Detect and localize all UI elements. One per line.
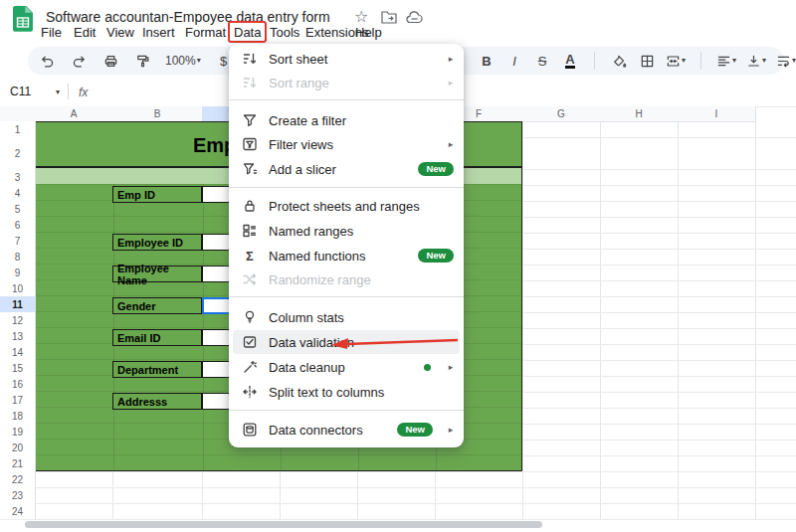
row-header-5[interactable]: 5: [0, 201, 36, 218]
menu-item-label: Data cleanup: [269, 360, 413, 375]
form-label-email-id[interactable]: Email ID: [112, 329, 202, 346]
paint-format-icon[interactable]: [133, 49, 151, 73]
menu-item-protect-sheets-and-ranges[interactable]: Protect sheets and ranges: [233, 194, 460, 218]
row-header-13[interactable]: 13: [0, 328, 36, 345]
cloud-icon[interactable]: [406, 10, 423, 28]
split-columns-icon: [242, 384, 258, 400]
cleanup-icon: [242, 359, 258, 375]
menu-insert[interactable]: Insert: [139, 24, 178, 42]
menu-item-label: Named functions: [269, 249, 407, 264]
row-header-23[interactable]: 23: [0, 487, 36, 504]
strikethrough-button[interactable]: S: [533, 49, 551, 73]
validation-icon: [242, 334, 258, 350]
row-header-2[interactable]: 2: [0, 137, 36, 170]
menu-item-label: Create a filter: [269, 113, 435, 128]
form-label-emp-id[interactable]: Emp ID: [112, 186, 202, 203]
form-label-employee-id[interactable]: Employee ID: [112, 234, 202, 251]
row-header-22[interactable]: 22: [0, 471, 36, 488]
menu-item-add-a-slicer[interactable]: Add a slicerNew: [233, 157, 460, 181]
row-header-1[interactable]: 1: [0, 121, 36, 138]
select-all-corner[interactable]: [0, 106, 36, 122]
menu-item-create-a-filter[interactable]: Create a filter: [233, 108, 460, 132]
submenu-arrow-icon: ▸: [446, 139, 456, 149]
text-wrap-icon[interactable]: ▾: [776, 49, 796, 73]
menu-format[interactable]: Format: [182, 24, 229, 42]
bold-button[interactable]: B: [478, 49, 496, 73]
horizontal-align-icon[interactable]: ▾: [716, 49, 736, 73]
row-header-16[interactable]: 16: [0, 376, 36, 393]
data-menu-dropdown: Sort sheet▸Sort range▸Create a filterFil…: [229, 44, 464, 447]
row-header-7[interactable]: 7: [0, 233, 36, 250]
text-color-button[interactable]: A: [561, 49, 579, 73]
form-label-gender[interactable]: Gender: [112, 297, 202, 314]
merge-cells-icon[interactable]: ▾: [666, 49, 686, 73]
row-header-21[interactable]: 21: [0, 455, 36, 472]
named-ranges-icon: [242, 223, 258, 239]
menu-item-named-ranges[interactable]: Named ranges: [233, 219, 460, 243]
column-header-B[interactable]: B: [112, 106, 203, 122]
grid-line: [35, 487, 796, 488]
name-box-caret-icon[interactable]: ▾: [56, 89, 60, 96]
row-header-15[interactable]: 15: [0, 360, 36, 377]
connectors-icon: [242, 422, 258, 438]
zoom-select[interactable]: 100% ▾: [165, 49, 201, 73]
google-sheets-window: Software accountan-Empoyee data entry fo…: [0, 0, 796, 532]
vertical-align-icon[interactable]: ▾: [746, 49, 766, 73]
menu-separator: [229, 410, 464, 411]
fill-color-icon[interactable]: [610, 49, 628, 73]
borders-icon[interactable]: [638, 49, 656, 73]
menu-item-data-connectors[interactable]: Data connectorsNew▸: [233, 418, 460, 442]
menu-file[interactable]: File: [38, 24, 65, 42]
menu-item-label: Protect sheets and ranges: [269, 199, 435, 214]
new-badge: New: [397, 423, 433, 437]
form-label-department[interactable]: Department: [112, 361, 202, 378]
row-header-10[interactable]: 10: [0, 280, 36, 297]
menu-item-data-cleanup[interactable]: Data cleanup▸: [233, 355, 460, 379]
redo-icon[interactable]: [70, 49, 88, 73]
green-dot-icon: [424, 364, 431, 371]
column-header-A[interactable]: A: [35, 106, 113, 122]
menu-item-column-stats[interactable]: Column stats: [233, 305, 460, 329]
row-header-9[interactable]: 9: [0, 265, 36, 281]
menu-item-filter-views[interactable]: Filter views▸: [233, 132, 460, 156]
horizontal-scrollbar[interactable]: [25, 521, 542, 528]
row-header-6[interactable]: 6: [0, 217, 36, 234]
menu-separator: [229, 296, 464, 297]
funnel-icon: [242, 112, 258, 128]
italic-button[interactable]: I: [505, 49, 523, 73]
menu-tools[interactable]: Tools: [267, 24, 302, 42]
undo-icon[interactable]: [38, 49, 56, 73]
row-header-8[interactable]: 8: [0, 249, 36, 266]
form-label-employee-name[interactable]: Employee Name: [112, 266, 202, 282]
row-header-11[interactable]: 11: [0, 296, 36, 313]
menu-item-sort-range: Sort range▸: [233, 71, 460, 94]
menu-item-named-functions[interactable]: ΣNamed functionsNew: [233, 244, 460, 267]
menu-help[interactable]: Help: [352, 24, 385, 42]
menu-edit[interactable]: Edit: [71, 24, 99, 42]
zoom-value: 100%: [165, 54, 196, 68]
column-header-H[interactable]: H: [600, 106, 679, 122]
row-header-19[interactable]: 19: [0, 424, 36, 441]
form-label-addresss[interactable]: Addresss: [112, 393, 202, 410]
row-header-4[interactable]: 4: [0, 185, 36, 202]
row-header-17[interactable]: 17: [0, 392, 36, 409]
menu-view[interactable]: View: [103, 24, 137, 42]
star-icon[interactable]: ☆: [354, 9, 368, 25]
print-icon[interactable]: [101, 49, 119, 73]
document-title[interactable]: Software accountan-Empoyee data entry fo…: [46, 9, 330, 25]
row-header-14[interactable]: 14: [0, 344, 36, 361]
row-header-12[interactable]: 12: [0, 312, 36, 329]
menu-item-sort-sheet[interactable]: Sort sheet▸: [233, 47, 460, 71]
menu-item-label: Sort sheet: [269, 52, 435, 67]
row-header-3[interactable]: 3: [0, 169, 36, 186]
filter-views-icon: [242, 136, 258, 152]
new-badge: New: [418, 162, 454, 176]
menu-item-split-text-to-columns[interactable]: Split text to columns: [233, 380, 460, 404]
column-header-G[interactable]: G: [522, 106, 601, 122]
column-header-I[interactable]: I: [678, 106, 756, 122]
menu-data[interactable]: Data: [228, 21, 267, 43]
row-header-24[interactable]: 24: [0, 503, 36, 520]
name-box[interactable]: C11: [10, 85, 31, 98]
row-header-20[interactable]: 20: [0, 440, 36, 456]
row-header-18[interactable]: 18: [0, 408, 36, 425]
